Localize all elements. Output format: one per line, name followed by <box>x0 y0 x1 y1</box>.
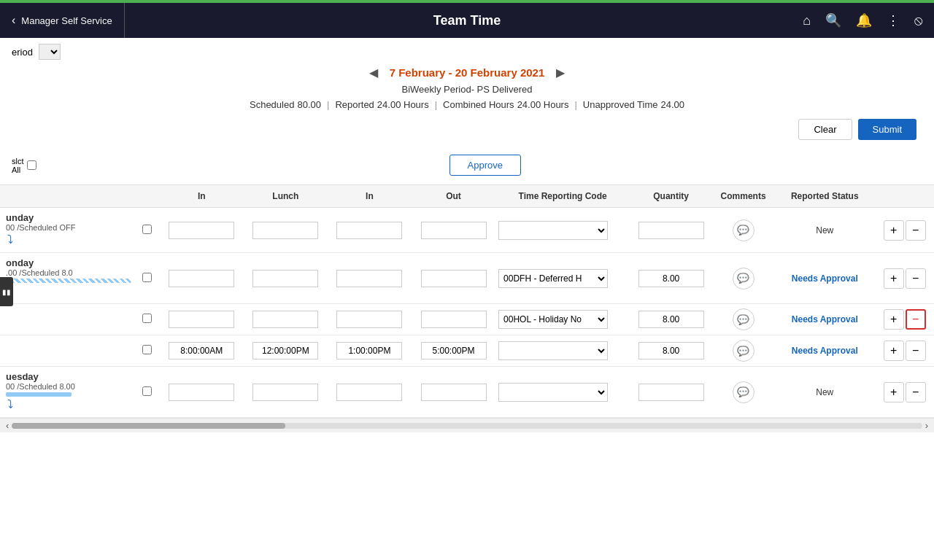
col-checkbox <box>134 185 160 208</box>
in2-input[interactable] <box>336 222 402 239</box>
comment-button[interactable]: 💬 <box>733 308 754 330</box>
row-checkbox[interactable] <box>142 314 152 323</box>
submit-button[interactable]: Submit <box>858 119 916 140</box>
lunch-input[interactable] <box>252 342 318 359</box>
scheduled-label: Scheduled <box>250 99 294 110</box>
col-trc: Time Reporting Code <box>495 185 630 208</box>
scroll-left-arrow[interactable]: ‹ <box>3 420 12 431</box>
row-checkbox-cell <box>134 335 160 367</box>
comment-button[interactable]: 💬 <box>733 381 754 403</box>
in-input[interactable] <box>169 222 234 239</box>
in2-cell <box>328 253 412 304</box>
biweekly-label: BiWeekly Period- PS Delivered <box>0 82 934 96</box>
trc-dropdown[interactable]: 00HOL - Holiday No <box>499 311 607 328</box>
more-icon[interactable]: ⋮ <box>887 12 900 28</box>
lunch-input[interactable] <box>252 311 318 328</box>
clear-button[interactable]: Clear <box>798 119 852 140</box>
next-date-arrow[interactable]: ▶ <box>556 66 565 79</box>
lunch-input[interactable] <box>252 384 318 401</box>
col-quantity: Quantity <box>630 185 712 208</box>
quantity-input[interactable] <box>638 311 704 328</box>
add-row-button[interactable]: + <box>884 341 904 361</box>
comment-button[interactable]: 💬 <box>733 219 754 241</box>
prev-date-arrow[interactable]: ◀ <box>369 66 378 79</box>
trc-select-wrapper: 00DFH - Deferred H <box>498 269 608 288</box>
day-expand-button[interactable]: ⤵ <box>6 232 15 248</box>
lunch-cell <box>244 253 328 304</box>
in-input[interactable] <box>169 342 234 359</box>
row-checkbox-cell <box>134 208 160 253</box>
quantity-input[interactable] <box>638 222 704 239</box>
bell-icon[interactable]: 🔔 <box>856 12 872 28</box>
out-input[interactable] <box>421 384 487 401</box>
day-cell: onday.00 /Scheduled 8.0⤵ <box>0 253 134 304</box>
col-status: Reported Status <box>774 185 875 208</box>
remove-row-button[interactable]: − <box>906 341 926 361</box>
in-input[interactable] <box>169 311 234 328</box>
quantity-input[interactable] <box>638 342 704 359</box>
home-icon[interactable]: ⌂ <box>803 13 811 28</box>
day-hours: .00 /Scheduled 8.0 <box>6 268 131 277</box>
add-row-button[interactable]: + <box>884 268 904 289</box>
period-select[interactable] <box>39 44 61 60</box>
back-arrow-icon: ‹ <box>12 14 15 27</box>
hours-summary: Scheduled 80.00 | Reported 24.00 Hours |… <box>0 96 934 116</box>
day-expand-button[interactable]: ⤵ <box>6 397 15 413</box>
scheduled-value: 80.00 <box>297 99 321 110</box>
row-action-buttons: + − <box>878 309 931 330</box>
search-icon[interactable]: 🔍 <box>825 12 841 28</box>
bottom-scrollbar[interactable]: ‹ › <box>0 418 934 432</box>
quantity-input[interactable] <box>638 384 704 401</box>
comment-button[interactable]: 💬 <box>733 268 754 289</box>
remove-row-button[interactable]: − <box>906 268 926 289</box>
circle-slash-icon[interactable]: ⦸ <box>914 13 922 28</box>
scroll-right-arrow[interactable]: › <box>922 420 931 431</box>
back-button[interactable]: ‹ Manager Self Service <box>12 3 125 38</box>
trc-dropdown[interactable]: 00DFH - Deferred H <box>499 270 607 287</box>
in-input[interactable] <box>169 384 234 401</box>
comment-button[interactable]: 💬 <box>733 340 754 362</box>
lunch-input[interactable] <box>252 270 318 287</box>
row-checkbox[interactable] <box>142 225 152 234</box>
trc-select-wrapper <box>498 383 608 402</box>
out-input[interactable] <box>421 311 487 328</box>
in2-input[interactable] <box>336 311 402 328</box>
status-badge: Needs Approval <box>792 314 858 324</box>
row-checkbox[interactable] <box>142 273 152 282</box>
lunch-input[interactable] <box>252 222 318 239</box>
trc-dropdown[interactable] <box>499 384 607 401</box>
add-row-button[interactable]: + <box>884 309 904 330</box>
row-action-buttons: + − <box>878 268 931 289</box>
out-input[interactable] <box>421 270 487 287</box>
row-checkbox[interactable] <box>142 345 152 354</box>
status-cell: New <box>774 208 875 253</box>
quantity-input[interactable] <box>638 270 704 287</box>
out-input[interactable] <box>421 342 487 359</box>
in2-input[interactable] <box>336 384 402 401</box>
in2-cell <box>328 367 412 418</box>
row-actions-cell: + − <box>875 208 934 253</box>
in2-input[interactable] <box>336 342 402 359</box>
remove-row-button[interactable]: − <box>906 382 926 402</box>
in2-input[interactable] <box>336 270 402 287</box>
remove-row-button[interactable]: − <box>906 220 926 241</box>
row-checkbox[interactable] <box>142 386 152 396</box>
pause-button[interactable]: ▮▮ <box>0 277 13 306</box>
out-input[interactable] <box>421 222 487 239</box>
select-all-checkbox[interactable] <box>27 160 36 170</box>
add-row-button[interactable]: + <box>884 382 904 402</box>
approve-button[interactable]: Approve <box>449 155 521 176</box>
trc-dropdown[interactable] <box>499 222 607 239</box>
remove-row-button[interactable]: − <box>906 309 926 330</box>
trc-dropdown[interactable] <box>499 342 607 359</box>
day-cell <box>0 335 134 367</box>
period-dropdown[interactable] <box>39 44 61 60</box>
in-input[interactable] <box>169 270 234 287</box>
comments-cell: 💬 <box>712 304 774 335</box>
col-actions <box>875 185 934 208</box>
period-label: eriod <box>12 47 33 58</box>
combined-label: Combined Hours <box>443 99 514 110</box>
add-row-button[interactable]: + <box>884 220 904 241</box>
in-cell <box>160 208 244 253</box>
quantity-cell <box>630 335 712 367</box>
